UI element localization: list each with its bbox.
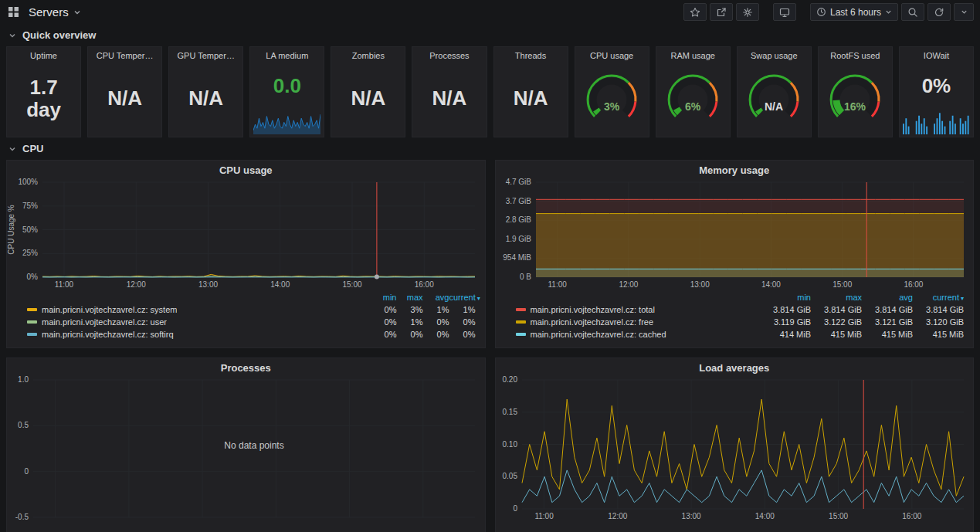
legend-stat-value: 0% (397, 330, 423, 339)
time-range-picker[interactable]: Last 6 hours (810, 3, 898, 21)
stat-value: N/A (494, 60, 568, 137)
svg-text:16:00: 16:00 (904, 280, 923, 289)
stat-panel-title[interactable]: Uptime (7, 47, 80, 60)
stat-panel-title[interactable]: CPU Temper… (88, 47, 161, 60)
panel-title[interactable]: CPU usage (7, 161, 485, 178)
legend-stat-value: 1% (397, 317, 423, 327)
stat-panel-title[interactable]: Swap usage (738, 47, 811, 60)
legend-sort-current[interactable]: current▾ (449, 293, 476, 302)
legend-sort-max[interactable]: max (397, 293, 423, 302)
svg-text:2.8 GiB: 2.8 GiB (505, 215, 531, 224)
legend-stat-value: 3.119 GiB (760, 317, 811, 327)
clock-icon (816, 7, 826, 17)
stat-panel-ram-usage: RAM usage6% (656, 46, 731, 137)
legend-stat-value: 0% (371, 330, 397, 339)
share-button[interactable] (710, 3, 733, 21)
star-button[interactable] (683, 3, 707, 21)
panel-title[interactable]: Load averages (496, 358, 974, 375)
svg-text:3.7 GiB: 3.7 GiB (505, 197, 531, 205)
gauge: 6% (656, 60, 730, 137)
svg-text:12:00: 12:00 (127, 280, 146, 289)
dashboard-title: Servers (29, 5, 69, 19)
legend-stat-value: 3% (397, 305, 423, 314)
svg-text:11:00: 11:00 (548, 280, 567, 289)
series-color-icon[interactable] (516, 308, 526, 311)
chart-memory-usage: 11:0012:0013:0014:0015:0016:000 B954 MiB… (496, 178, 975, 290)
stat-panel-title[interactable]: Processes (412, 47, 486, 60)
legend-stat-value: 3.814 GiB (760, 305, 811, 314)
stat-panel-zombies: ZombiesN/A (331, 46, 405, 137)
series-color-icon[interactable] (27, 308, 37, 311)
stat-panel-title[interactable]: Zombies (331, 47, 405, 60)
panel-title[interactable]: Memory usage (496, 161, 974, 178)
svg-text:4.7 GiB: 4.7 GiB (505, 178, 531, 186)
settings-button[interactable] (736, 3, 759, 21)
stat-panel-title[interactable]: IOWait (900, 47, 973, 60)
tv-mode-button[interactable] (773, 3, 796, 21)
legend-stat-value: 3.814 GiB (811, 305, 862, 314)
svg-text:0.15: 0.15 (502, 408, 517, 416)
svg-text:954 MiB: 954 MiB (503, 253, 531, 262)
svg-text:13:00: 13:00 (690, 280, 709, 289)
refresh-button[interactable] (927, 3, 951, 21)
row-header-quick-overview[interactable]: Quick overview (0, 24, 980, 45)
legend-series-toggle[interactable]: main.pricni.vojtechzavrel.cz: free (516, 317, 761, 327)
legend-stat-value: 0% (449, 317, 476, 327)
stat-panel-iowait: IOWait0% (899, 46, 974, 137)
legend-series-toggle[interactable]: main.pricni.vojtechzavrel.cz: softirq (27, 330, 371, 339)
chart-load-averages: 11:0012:0013:0014:0015:0016:0000.050.100… (496, 375, 975, 522)
svg-text:16:00: 16:00 (902, 512, 921, 520)
refresh-interval-dropdown[interactable] (954, 3, 974, 21)
series-color-icon[interactable] (27, 333, 37, 336)
grafana-menu-button[interactable] (6, 5, 21, 19)
legend-series-toggle[interactable]: main.pricni.vojtechzavrel.cz: system (27, 305, 371, 314)
stat-panel-title[interactable]: LA medium (250, 47, 324, 60)
search-icon (907, 7, 918, 18)
stat-value: 1.7day (7, 60, 80, 137)
stat-panel-uptime: Uptime1.7day (6, 46, 81, 137)
svg-text:14:00: 14:00 (270, 280, 290, 289)
legend-sort-avg[interactable]: avg (862, 293, 913, 302)
gauge: 16% (819, 60, 892, 137)
legend-sort-max[interactable]: max (811, 293, 862, 302)
dashboard-title-dropdown[interactable]: Servers (29, 5, 81, 19)
stat-panel-swap-usage: Swap usageN/A (737, 46, 812, 137)
stat-panel-title[interactable]: GPU Temper… (169, 47, 242, 60)
legend-sort-min[interactable]: min (371, 293, 397, 302)
graphs-grid: CPU usage11:0012:0013:0014:0015:0016:000… (0, 158, 980, 532)
legend-stat-value: 3.814 GiB (913, 305, 964, 314)
stat-value: N/A (412, 60, 486, 137)
legend-stat-value: 0% (423, 330, 449, 339)
svg-text:25%: 25% (22, 249, 38, 257)
stat-value: N/A (88, 60, 161, 137)
legend-stat-value: 0% (371, 305, 397, 314)
svg-text:0 B: 0 B (519, 273, 531, 281)
graph-panel-load-averages: Load averages11:0012:0013:0014:0015:0016… (495, 357, 975, 532)
legend-series-toggle[interactable]: main.pricni.vojtechzavrel.cz: total (516, 305, 761, 314)
panel-title[interactable]: Processes (7, 358, 485, 375)
stat-panel-title[interactable]: RAM usage (656, 47, 730, 60)
legend-sort-min[interactable]: min (760, 293, 811, 302)
svg-text:14:00: 14:00 (761, 280, 780, 289)
series-color-icon[interactable] (516, 333, 526, 336)
zoom-out-button[interactable] (901, 3, 924, 21)
legend-sort-avg[interactable]: avg (423, 293, 449, 302)
chevron-down-icon (8, 31, 17, 40)
svg-text:14:00: 14:00 (754, 512, 774, 520)
series-color-icon[interactable] (516, 320, 526, 324)
legend-series-toggle[interactable]: main.pricni.vojtechzavrel.cz: cached (516, 330, 761, 339)
svg-text:0%: 0% (27, 273, 39, 281)
stat-value: 0% (900, 60, 973, 111)
legend-sort-current[interactable]: current▾ (913, 293, 964, 302)
row-header-cpu[interactable]: CPU (0, 137, 980, 158)
series-color-icon[interactable] (27, 320, 37, 324)
legend-item: main.pricni.vojtechzavrel.cz: user0%1%0%… (27, 316, 476, 328)
time-range-label: Last 6 hours (830, 7, 881, 18)
stat-value: N/A (169, 60, 242, 137)
legend-item: main.pricni.vojtechzavrel.cz: system0%3%… (27, 303, 476, 316)
stat-panel-title[interactable]: CPU usage (575, 47, 649, 60)
legend-series-toggle[interactable]: main.pricni.vojtechzavrel.cz: user (27, 317, 371, 327)
stat-panel-title[interactable]: Threads (494, 47, 568, 60)
stat-panel-title[interactable]: RootFS used (819, 47, 892, 60)
svg-text:16%: 16% (844, 100, 866, 113)
